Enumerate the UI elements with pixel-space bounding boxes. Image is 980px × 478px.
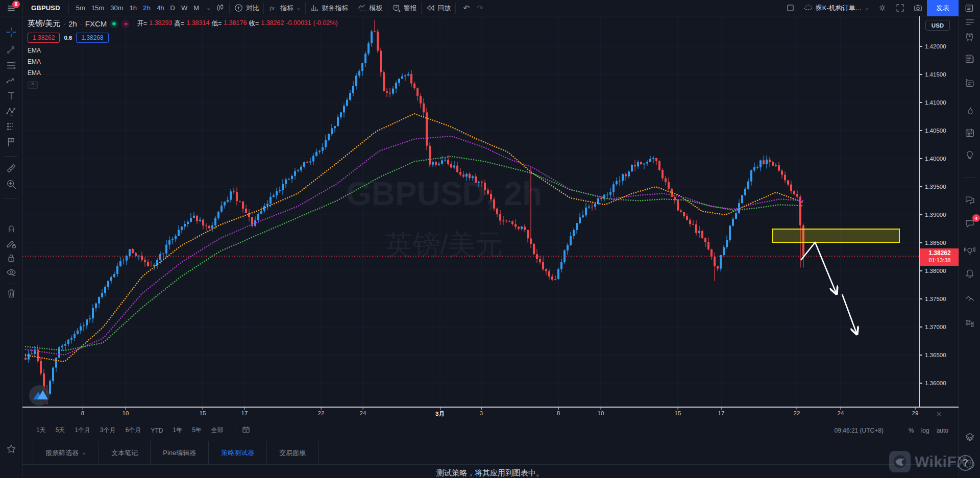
crosshair-tool[interactable] [4, 25, 18, 39]
price-tick: 1.40000 [920, 155, 946, 163]
ask-price-box[interactable]: 1.38268 [76, 33, 108, 43]
undo-button[interactable]: ↶ [460, 4, 474, 13]
currency-button[interactable]: USD [925, 20, 950, 31]
layout-name-button[interactable]: 裸K-机构订单… ⌄ [799, 1, 873, 15]
sidebar-hotlists[interactable] [963, 104, 977, 118]
goto-date-button[interactable] [241, 425, 251, 436]
fundamentals-button[interactable]: 财务指标 [306, 1, 353, 15]
help-button[interactable]: ? [958, 455, 973, 471]
sidebar-ideas-stream[interactable] [963, 243, 977, 257]
interval-15m[interactable]: 15m [88, 2, 107, 15]
sidebar-watchlist[interactable] [963, 15, 977, 30]
svg-text:C: C [10, 113, 13, 116]
sidebar-economic-calendar[interactable] [963, 125, 977, 140]
range-5天[interactable]: 5天 [53, 424, 68, 436]
interval-D[interactable]: D [167, 2, 178, 15]
ruler-tool[interactable] [4, 161, 18, 175]
interval-30m[interactable]: 30m [107, 2, 126, 15]
symbol-button[interactable]: GBPUSD [27, 1, 64, 15]
chart-style-button[interactable] [211, 1, 229, 15]
chart-settings-button[interactable] [873, 1, 891, 15]
range-5年[interactable]: 5年 [189, 424, 204, 436]
sidebar-private-chats[interactable]: 4 [963, 216, 977, 231]
remove-drawings-tool[interactable] [4, 286, 18, 300]
svg-text:GBPUSD, 2h: GBPUSD, 2h [346, 175, 542, 212]
redo-button[interactable]: ↷ [473, 4, 487, 13]
sidebar-public-chats[interactable] [963, 193, 977, 207]
legend-exchange[interactable]: FXCM [85, 19, 107, 28]
range-YTD[interactable]: YTD [148, 425, 165, 436]
range-1个月[interactable]: 1个月 [72, 424, 93, 436]
interval-W[interactable]: W [178, 2, 190, 15]
sidebar-ideas[interactable] [963, 147, 977, 161]
flag-pattern-tool[interactable] [4, 135, 18, 149]
indicators-button[interactable]: ƒx 指标 ⌄ [264, 1, 305, 15]
log-scale-button[interactable]: log [921, 427, 929, 434]
sidebar-dom-panel[interactable] [963, 291, 977, 306]
fib-retracement-tool[interactable] [4, 58, 18, 72]
range-全部[interactable]: 全部 [209, 424, 226, 436]
interval-1h[interactable]: 1h [126, 2, 139, 15]
range-3个月[interactable]: 3个月 [97, 424, 118, 436]
compare-button[interactable]: 对比 [230, 1, 263, 15]
text-tool[interactable] [4, 89, 18, 103]
range-1年[interactable]: 1年 [170, 424, 185, 436]
chevron-down-icon[interactable]: ⌄ [206, 5, 211, 11]
sidebar-alerts-manager[interactable] [963, 30, 977, 44]
layout-select-button[interactable] [781, 1, 799, 15]
time-tick: 8 [81, 410, 84, 416]
interval-M[interactable]: M [190, 2, 202, 15]
bid-price-box[interactable]: 1.38262 [28, 33, 60, 43]
percent-scale-button[interactable]: % [909, 427, 914, 434]
delayed-data-icon[interactable]: ≈ [121, 20, 130, 28]
time-axis[interactable]: 810151722243月38101517222429 [22, 407, 919, 420]
fullscreen-button[interactable] [891, 1, 909, 15]
replay-button[interactable]: 回放 [422, 1, 455, 15]
drawing-lock-tool[interactable] [4, 237, 18, 251]
sidebar-news[interactable] [963, 52, 977, 66]
price-axis[interactable]: USD 1.420001.415001.410001.405001.400001… [919, 16, 959, 407]
auto-scale-button[interactable]: auto [937, 427, 948, 434]
tab-Pine编辑器[interactable]: Pine编辑器 [151, 441, 209, 464]
time-tick: 24 [838, 410, 844, 416]
indicator-legend-ema[interactable]: EMA [28, 69, 338, 77]
legend-interval[interactable]: 2h [68, 19, 77, 28]
tab-交易面板[interactable]: 交易面板 [267, 441, 318, 464]
interval-5m[interactable]: 5m [73, 2, 88, 15]
interval-2h[interactable]: 2h [140, 2, 154, 15]
sidebar-notifications[interactable] [963, 266, 977, 280]
indicator-legend-ema[interactable]: EMA [28, 58, 338, 65]
trendline-tool[interactable] [4, 42, 18, 57]
alert-button[interactable]: 警报 [387, 1, 421, 15]
tab-策略测试器[interactable]: 策略测试器 [209, 441, 267, 464]
right-panel-toggle[interactable] [959, 3, 980, 13]
favorites-star[interactable] [4, 442, 18, 456]
magnet-tool[interactable] [4, 221, 18, 235]
interval-4h[interactable]: 4h [154, 2, 167, 15]
range-1天[interactable]: 1天 [34, 424, 48, 436]
sidebar-object-tree[interactable] [963, 317, 977, 331]
clock-label[interactable]: 09:46:21 (UTC+8) [835, 427, 884, 434]
range-6个月[interactable]: 6个月 [123, 424, 144, 436]
hide-drawings-tool[interactable] [4, 265, 18, 280]
publish-button[interactable]: 发表 [927, 0, 959, 16]
templates-button[interactable]: 模板 [353, 1, 387, 15]
sidebar-data-window[interactable] [963, 76, 977, 90]
indicator-legend-ema[interactable]: EMA [28, 47, 338, 54]
legend-collapse-button[interactable]: ^ [28, 81, 38, 89]
symbol-name[interactable]: 英镑/美元 [28, 19, 60, 29]
screenshot-button[interactable] [909, 1, 927, 15]
market-status-icon[interactable] [110, 20, 118, 28]
main-menu-button[interactable]: 8 [0, 0, 22, 16]
chart-area[interactable]: GBPUSD, 2h英镑/美元 英镑/美元 · 2h · FXCM ≈ 开=1.… [22, 16, 919, 407]
lock-all-tool[interactable] [4, 251, 18, 265]
pattern-tool-icon [6, 75, 17, 86]
zoom-in-tool[interactable] [4, 177, 18, 191]
axis-settings-corner[interactable] [919, 407, 959, 420]
tab-股票筛选器[interactable]: 股票筛选器⌄ [33, 441, 99, 464]
sidebar-layers[interactable] [963, 430, 977, 444]
xabcd-pattern-tool[interactable]: C [4, 104, 18, 118]
pattern-tool[interactable] [4, 73, 18, 88]
tab-文本笔记[interactable]: 文本笔记 [99, 441, 151, 464]
forecast-tool[interactable] [4, 119, 18, 134]
